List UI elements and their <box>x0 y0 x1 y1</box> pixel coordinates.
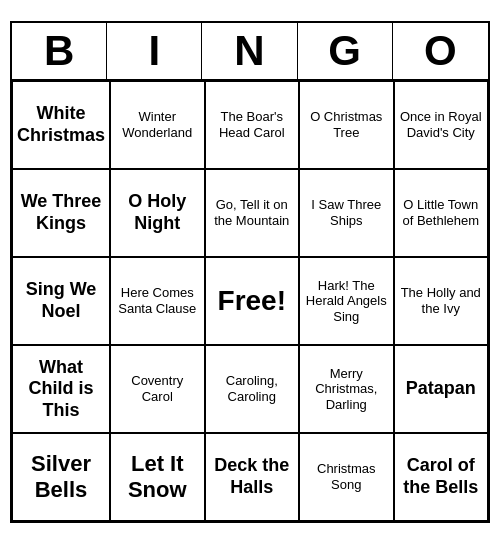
bingo-cell-18: Merry Christmas, Darling <box>299 345 393 433</box>
bingo-cell-6: O Holy Night <box>110 169 204 257</box>
bingo-cell-13: Hark! The Herald Angels Sing <box>299 257 393 345</box>
bingo-cell-5: We Three Kings <box>12 169 110 257</box>
bingo-cell-22: Deck the Halls <box>205 433 300 521</box>
bingo-cell-21: Let It Snow <box>110 433 204 521</box>
bingo-header: BINGO <box>12 23 488 81</box>
bingo-cell-24: Carol of the Bells <box>394 433 489 521</box>
bingo-cell-20: Silver Bells <box>12 433 110 521</box>
header-letter-g: G <box>298 23 393 79</box>
bingo-card: BINGO White ChristmasWinter WonderlandTh… <box>10 21 490 523</box>
header-letter-i: I <box>107 23 202 79</box>
bingo-cell-15: What Child is This <box>12 345 110 433</box>
bingo-cell-23: Christmas Song <box>299 433 393 521</box>
bingo-grid: White ChristmasWinter WonderlandThe Boar… <box>12 81 488 521</box>
bingo-cell-16: Coventry Carol <box>110 345 204 433</box>
bingo-cell-19: Patapan <box>394 345 489 433</box>
bingo-cell-8: I Saw Three Ships <box>299 169 393 257</box>
bingo-cell-14: The Holly and the Ivy <box>394 257 489 345</box>
bingo-cell-11: Here Comes Santa Clause <box>110 257 204 345</box>
bingo-cell-12: Free! <box>205 257 300 345</box>
bingo-cell-3: O Christmas Tree <box>299 81 393 169</box>
header-letter-o: O <box>393 23 488 79</box>
bingo-cell-0: White Christmas <box>12 81 110 169</box>
bingo-cell-17: Caroling, Caroling <box>205 345 300 433</box>
bingo-cell-10: Sing We Noel <box>12 257 110 345</box>
bingo-cell-2: The Boar's Head Carol <box>205 81 300 169</box>
bingo-cell-9: O Little Town of Bethlehem <box>394 169 489 257</box>
bingo-cell-4: Once in Royal David's City <box>394 81 489 169</box>
bingo-cell-1: Winter Wonderland <box>110 81 204 169</box>
bingo-cell-7: Go, Tell it on the Mountain <box>205 169 300 257</box>
header-letter-n: N <box>202 23 297 79</box>
header-letter-b: B <box>12 23 107 79</box>
